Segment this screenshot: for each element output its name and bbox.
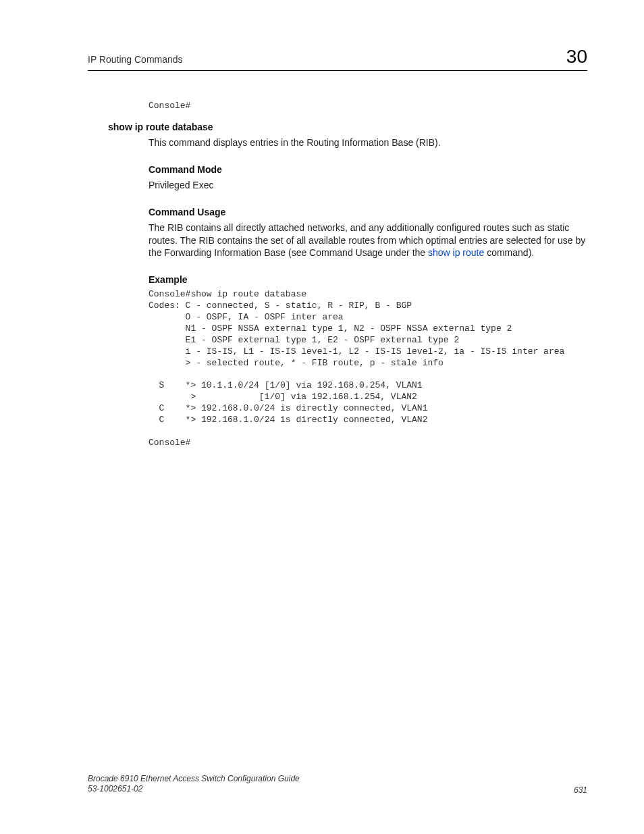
command-usage-heading: Command Usage (149, 207, 587, 217)
command-usage-text: The RIB contains all directly attached n… (149, 221, 587, 260)
chapter-number: 30 (566, 46, 587, 68)
example-console-output: Console#show ip route database Codes: C … (149, 289, 587, 448)
command-name-heading: show ip route database (108, 122, 587, 132)
command-mode-text: Privileged Exec (149, 179, 587, 192)
footer-doc-number: 53-1002651-02 (88, 784, 300, 795)
footer-book-title: Brocade 6910 Ethernet Access Switch Conf… (88, 774, 300, 785)
console-prompt-top: Console# (149, 101, 587, 112)
header-title: IP Routing Commands (88, 54, 183, 65)
page-footer: Brocade 6910 Ethernet Access Switch Conf… (88, 774, 587, 795)
page-header: IP Routing Commands 30 (88, 46, 587, 71)
command-mode-heading: Command Mode (149, 164, 587, 175)
example-heading: Example (149, 274, 587, 285)
footer-page-number: 631 (574, 785, 587, 795)
show-ip-route-link[interactable]: show ip route (428, 247, 484, 258)
usage-text-post: command). (484, 247, 534, 258)
command-description: This command displays entries in the Rou… (149, 136, 587, 149)
